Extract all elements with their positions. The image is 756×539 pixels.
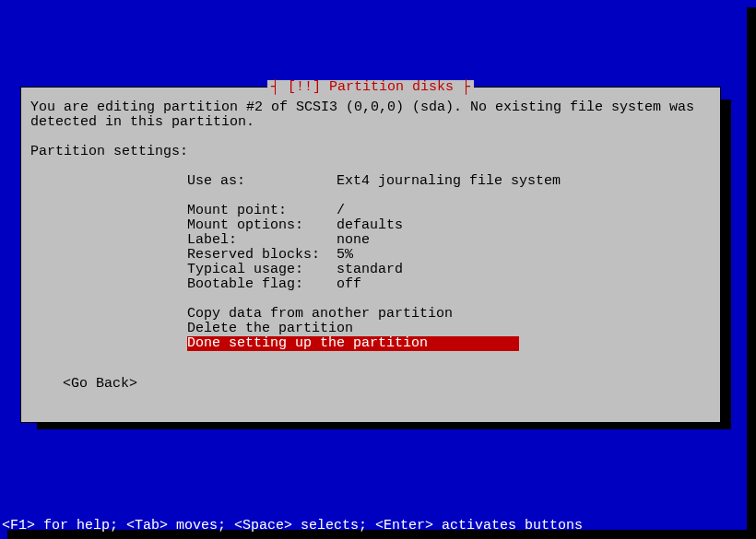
setting-value: standard xyxy=(337,262,403,277)
help-bar: <F1> for help; <Tab> moves; <Space> sele… xyxy=(0,519,583,533)
setting-row[interactable]: Mount options: defaults xyxy=(30,218,711,233)
setting-row[interactable]: Use as: Ext4 journaling file system xyxy=(30,174,711,189)
setting-label: Mount options: xyxy=(187,217,337,233)
setting-label: Mount point: xyxy=(187,203,337,218)
setting-label: Reserved blocks: xyxy=(187,247,337,263)
action-copy-data[interactable]: Copy data from another partition xyxy=(30,307,711,322)
setting-value: 5% xyxy=(337,247,353,263)
action-blank xyxy=(30,292,711,307)
setting-value: / xyxy=(337,203,345,218)
go-back-button[interactable]: <Go Back> xyxy=(30,377,711,392)
setting-value: none xyxy=(337,232,370,248)
dialog-title: ┤ [!!] Partition disks ├ xyxy=(267,80,474,95)
setting-row[interactable]: Label: none xyxy=(30,233,711,248)
setting-label: Bootable flag: xyxy=(187,276,337,292)
setting-label: Typical usage: xyxy=(187,262,337,277)
setting-label: Label: xyxy=(187,232,337,248)
setting-value: defaults xyxy=(337,217,403,233)
setting-row[interactable]: Bootable flag: off xyxy=(30,277,711,292)
setting-value: off xyxy=(337,276,361,292)
setting-row-blank xyxy=(30,189,711,204)
action-delete-partition[interactable]: Delete the partition xyxy=(30,322,711,336)
action-done-setting-up[interactable]: Done setting up the partition xyxy=(187,336,519,351)
setting-value: Ext4 journaling file system xyxy=(337,173,561,189)
setting-row[interactable]: Mount point: / xyxy=(30,204,711,218)
partition-dialog: ┤ [!!] Partition disks ├ You are editing… xyxy=(20,87,721,423)
setting-row[interactable]: Typical usage: standard xyxy=(30,263,711,277)
settings-heading: Partition settings: xyxy=(30,145,711,159)
setting-row[interactable]: Reserved blocks: 5% xyxy=(30,248,711,263)
dialog-intro-text: You are editing partition #2 of SCSI3 (0… xyxy=(30,100,711,130)
setting-label: Use as: xyxy=(187,173,337,189)
settings-block: Use as: Ext4 journaling file system Moun… xyxy=(30,174,711,351)
screen-right-shadow xyxy=(747,7,756,539)
action-done-row: Done setting up the partition xyxy=(30,336,711,351)
